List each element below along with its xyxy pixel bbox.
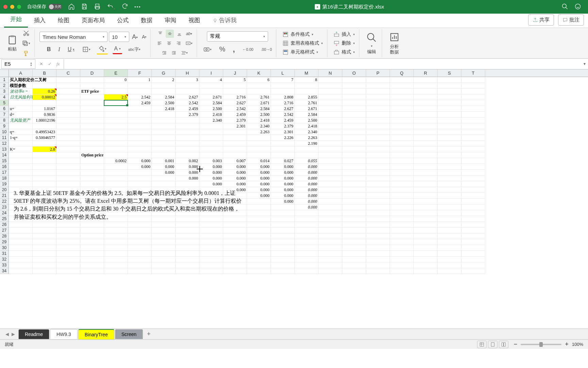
cell-F16[interactable]: 0.000 [128, 164, 152, 170]
percent-button[interactable]: % [218, 44, 227, 55]
cell-L19[interactable]: 0.000 [271, 181, 295, 187]
cell-D4[interactable] [80, 94, 104, 100]
cell-Q3[interactable] [390, 89, 414, 94]
cell-C14[interactable] [56, 152, 80, 158]
cell-N28[interactable] [318, 233, 342, 239]
tab-review[interactable]: 审阅 [159, 13, 182, 28]
cell-H28[interactable] [176, 233, 199, 239]
cell-N13[interactable] [318, 147, 342, 152]
increase-decimal-button[interactable]: ←0.00 [241, 46, 255, 53]
cell-G12[interactable] [152, 141, 176, 147]
cell-E4[interactable]: 2.5 [104, 94, 128, 100]
save-icon[interactable] [81, 3, 88, 11]
cell-A31[interactable] [9, 251, 33, 257]
cell-G10[interactable] [152, 129, 176, 135]
cell-G8[interactable] [152, 118, 176, 123]
cell-J8[interactable]: 2.379 [223, 118, 247, 123]
cell-N17[interactable] [318, 170, 342, 175]
cell-D16[interactable] [80, 164, 104, 170]
cell-C32[interactable] [56, 257, 80, 262]
cell-L14[interactable] [271, 152, 295, 158]
cell-E33[interactable] [104, 262, 128, 268]
normal-view-button[interactable] [477, 341, 487, 348]
cell-N24[interactable] [318, 210, 342, 216]
cell-N34[interactable] [318, 268, 342, 274]
cell-E7[interactable] [104, 112, 128, 118]
zoom-level[interactable]: 100% [572, 342, 583, 347]
cell-T21[interactable] [461, 193, 485, 199]
cell-N32[interactable] [318, 257, 342, 262]
cell-C7[interactable] [56, 112, 80, 118]
cell-T19[interactable] [461, 181, 485, 187]
row-header-8[interactable]: 8 [0, 118, 9, 123]
cell-F32[interactable] [128, 257, 152, 262]
cell-M14[interactable] [295, 152, 318, 158]
cell-D30[interactable] [80, 245, 104, 251]
row-header-27[interactable]: 27 [0, 228, 9, 233]
cell-H17[interactable]: 0.000 [176, 170, 199, 175]
cell-S26[interactable] [438, 222, 461, 228]
cell-T13[interactable] [461, 147, 485, 152]
col-header-L[interactable]: L [271, 70, 295, 77]
cell-I26[interactable] [199, 222, 223, 228]
cell-E8[interactable] [104, 118, 128, 123]
cell-K24[interactable] [247, 210, 271, 216]
cell-F28[interactable] [128, 233, 152, 239]
cell-B1[interactable] [33, 77, 56, 83]
cell-K27[interactable] [247, 228, 271, 233]
col-header-J[interactable]: J [223, 70, 247, 77]
cell-R9[interactable] [414, 123, 438, 129]
cell-G31[interactable] [152, 251, 176, 257]
cell-A5[interactable] [9, 100, 33, 106]
cell-K34[interactable] [247, 268, 271, 274]
cell-D33[interactable] [80, 262, 104, 268]
cell-Q27[interactable] [390, 228, 414, 233]
cell-I17[interactable]: 0.000 [199, 170, 223, 175]
cell-G16[interactable]: 0.000 [152, 164, 176, 170]
cell-M12[interactable]: 2.190 [295, 141, 318, 147]
cell-I33[interactable] [199, 262, 223, 268]
cell-D2[interactable] [80, 83, 104, 89]
cell-M18[interactable]: 0.000 [295, 175, 318, 181]
cell-S19[interactable] [438, 181, 461, 187]
cell-J19[interactable]: 0.000 [223, 181, 247, 187]
cell-Q20[interactable] [390, 187, 414, 193]
cell-P27[interactable] [366, 228, 390, 233]
cell-S30[interactable] [438, 245, 461, 251]
cell-F4[interactable]: 2.542 [128, 94, 152, 100]
cell-L17[interactable]: 0.000 [271, 170, 295, 175]
formula-input[interactable] [64, 59, 581, 69]
format-cells-button[interactable]: 格式▾ [332, 48, 356, 56]
cell-B11[interactable]: 0.50046577 [33, 135, 56, 141]
cell-S3[interactable] [438, 89, 461, 94]
cell-D26[interactable] [80, 222, 104, 228]
cell-N6[interactable] [318, 106, 342, 112]
cell-K30[interactable] [247, 245, 271, 251]
cell-P25[interactable] [366, 216, 390, 222]
cell-H29[interactable] [176, 239, 199, 245]
cell-C33[interactable] [56, 262, 80, 268]
row-header-33[interactable]: 33 [0, 262, 9, 268]
decrease-font-button[interactable]: A▾ [141, 33, 148, 41]
row-header-9[interactable]: 9 [0, 123, 9, 129]
cell-O23[interactable] [342, 204, 366, 210]
cell-I1[interactable]: 4 [199, 77, 223, 83]
cell-K15[interactable]: 0.014 [247, 158, 271, 164]
cell-P11[interactable] [366, 135, 390, 141]
cell-L28[interactable] [271, 233, 295, 239]
row-header-31[interactable]: 31 [0, 251, 9, 257]
cell-C3[interactable] [56, 89, 80, 94]
decrease-indent-button[interactable] [160, 49, 168, 57]
cell-B18[interactable] [33, 175, 56, 181]
redo-icon[interactable] [121, 3, 128, 11]
cell-L12[interactable] [271, 141, 295, 147]
cell-R4[interactable] [414, 94, 438, 100]
cell-G14[interactable] [152, 152, 176, 158]
search-icon[interactable] [561, 3, 568, 11]
cell-L20[interactable]: 0.000 [271, 187, 295, 193]
cell-H4[interactable]: 2.627 [176, 94, 199, 100]
cell-O11[interactable] [342, 135, 366, 141]
cell-J32[interactable] [223, 257, 247, 262]
cell-E2[interactable] [104, 83, 128, 89]
cell-O18[interactable] [342, 175, 366, 181]
